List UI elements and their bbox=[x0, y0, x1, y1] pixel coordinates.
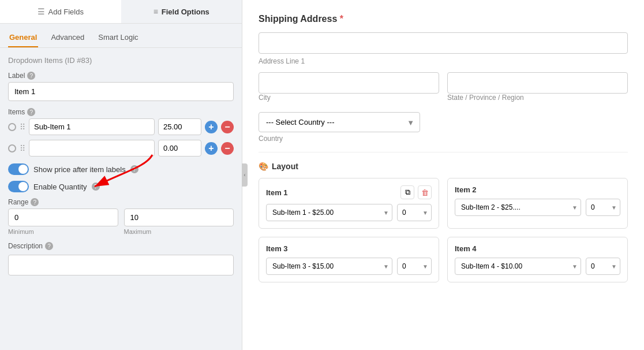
smart-logic-tab[interactable]: Smart Logic bbox=[97, 29, 139, 47]
panel-body: Dropdown Items (ID #83) Label ? Items ? … bbox=[0, 48, 242, 350]
enable-qty-help-icon[interactable]: ? bbox=[92, 183, 100, 191]
city-label: City bbox=[259, 94, 439, 102]
show-price-label: Show price after item labels bbox=[33, 165, 126, 174]
range-max-field: Maximum bbox=[124, 208, 234, 235]
item2-drag-handle[interactable]: ⠿ bbox=[20, 144, 25, 153]
enable-qty-knob bbox=[18, 182, 28, 191]
range-max-input[interactable] bbox=[124, 208, 234, 226]
label-help-icon[interactable]: ? bbox=[27, 72, 35, 80]
state-label: State / Province / Region bbox=[447, 94, 628, 102]
city-state-row: City State / Province / Region bbox=[259, 72, 628, 109]
range-inputs: Minimum Maximum bbox=[8, 208, 234, 235]
item2-price-input[interactable] bbox=[158, 140, 201, 157]
right-panel: Shipping Address * Address Line 1 City S… bbox=[242, 0, 644, 350]
item1-price-input[interactable] bbox=[158, 118, 201, 135]
layout-item-3-select-wrapper: Sub-Item 3 - $15.00 ▼ bbox=[266, 258, 392, 275]
description-input[interactable] bbox=[8, 255, 234, 275]
layout-item-3-title: Item 3 bbox=[266, 244, 288, 253]
layout-item-4-select-wrapper: Sub-Item 4 - $10.00 ▼ bbox=[455, 258, 581, 275]
enable-qty-toggle[interactable] bbox=[8, 181, 29, 192]
city-input[interactable] bbox=[259, 72, 439, 94]
items-help-icon[interactable]: ? bbox=[27, 108, 35, 116]
layout-item-4-qty-select[interactable]: 0 bbox=[586, 258, 620, 275]
item1-drag-handle[interactable]: ⠿ bbox=[20, 122, 25, 132]
range-min-field: Minimum bbox=[8, 208, 118, 235]
description-section: Description ? bbox=[8, 242, 234, 275]
section-title-text: Dropdown Items bbox=[8, 56, 63, 65]
general-tab[interactable]: General bbox=[8, 29, 38, 47]
range-help-icon[interactable]: ? bbox=[31, 198, 39, 206]
layout-item-1-qty-select[interactable]: 0 bbox=[397, 204, 432, 221]
add-fields-icon: ☰ bbox=[38, 7, 45, 16]
item2-radio[interactable] bbox=[8, 144, 16, 152]
country-label: Country bbox=[259, 135, 628, 143]
layout-item-2-header: Item 2 bbox=[455, 185, 620, 194]
section-title: Dropdown Items (ID #83) bbox=[8, 56, 234, 65]
sub-tabs: General Advanced Smart Logic bbox=[0, 24, 242, 48]
layout-grid: Item 1 ⧉ 🗑 Sub-Item 1 - $25.00 ▼ 0 bbox=[259, 178, 628, 282]
country-select[interactable]: --- Select Country --- bbox=[259, 112, 420, 132]
show-price-toggle[interactable] bbox=[8, 163, 29, 175]
field-options-label: Field Options bbox=[162, 8, 209, 16]
collapse-icon: ‹ bbox=[244, 172, 246, 178]
layout-item-1-copy-btn[interactable]: ⧉ bbox=[400, 185, 414, 199]
layout-item-4-select-row: Sub-Item 4 - $10.00 ▼ 0 ▼ bbox=[455, 258, 620, 275]
description-help-icon[interactable]: ? bbox=[45, 242, 53, 250]
layout-item-2-qty-wrapper: 0 ▼ bbox=[586, 199, 620, 216]
item-row-1: ⠿ + − bbox=[8, 118, 234, 135]
layout-item-2-select-row: Sub-Item 2 - $25.... ▼ 0 ▼ bbox=[455, 199, 620, 216]
layout-item-3-select[interactable]: Sub-Item 3 - $15.00 bbox=[266, 258, 392, 275]
address-line1-label: Address Line 1 bbox=[259, 57, 628, 65]
layout-item-1-qty-wrapper: 0 ▼ bbox=[397, 204, 432, 221]
layout-item-1-title: Item 1 bbox=[266, 188, 288, 197]
item2-remove-btn[interactable]: − bbox=[221, 142, 234, 155]
item2-add-btn[interactable]: + bbox=[205, 142, 218, 155]
field-options-tab[interactable]: ≡ Field Options bbox=[121, 0, 242, 23]
show-price-toggle-row: Show price after item labels ? bbox=[8, 163, 234, 175]
layout-item-4: Item 4 Sub-Item 4 - $10.00 ▼ 0 ▼ bbox=[447, 237, 628, 282]
layout-item-1-select[interactable]: Sub-Item 1 - $25.00 bbox=[266, 204, 392, 221]
field-options-icon: ≡ bbox=[153, 7, 158, 16]
item1-radio[interactable] bbox=[8, 123, 16, 131]
layout-item-2-title: Item 2 bbox=[455, 185, 477, 194]
layout-item-3: Item 3 Sub-Item 3 - $15.00 ▼ 0 ▼ bbox=[259, 237, 439, 282]
layout-item-2-qty-select[interactable]: 0 bbox=[586, 199, 620, 216]
toggles-container: Show price after item labels ? Enable Qu… bbox=[8, 163, 234, 192]
advanced-tab[interactable]: Advanced bbox=[50, 29, 85, 47]
layout-title: 🎨 Layout bbox=[259, 162, 628, 171]
add-fields-label: Add Fields bbox=[48, 8, 84, 16]
layout-item-3-select-row: Sub-Item 3 - $15.00 ▼ 0 ▼ bbox=[266, 258, 432, 275]
layout-item-2: Item 2 Sub-Item 2 - $25.... ▼ 0 ▼ bbox=[447, 178, 628, 229]
item1-text-input[interactable] bbox=[29, 118, 155, 135]
collapse-handle[interactable]: ‹ bbox=[242, 163, 248, 187]
range-min-input[interactable] bbox=[8, 208, 118, 226]
label-field-label: Label ? bbox=[8, 72, 234, 80]
layout-item-4-header: Item 4 bbox=[455, 244, 620, 253]
layout-item-4-select[interactable]: Sub-Item 4 - $10.00 bbox=[455, 258, 581, 275]
layout-item-2-select-wrapper: Sub-Item 2 - $25.... ▼ bbox=[455, 199, 581, 216]
layout-item-1-select-wrapper: Sub-Item 1 - $25.00 ▼ bbox=[266, 204, 392, 221]
layout-item-3-qty-select[interactable]: 0 bbox=[397, 258, 432, 275]
layout-item-1-delete-btn[interactable]: 🗑 bbox=[418, 185, 432, 199]
show-price-help-icon[interactable]: ? bbox=[130, 165, 138, 173]
layout-item-1-actions: ⧉ 🗑 bbox=[400, 185, 432, 199]
layout-item-4-title: Item 4 bbox=[455, 244, 477, 253]
address-line1-input[interactable] bbox=[259, 32, 628, 54]
item1-add-btn[interactable]: + bbox=[205, 121, 218, 133]
layout-item-1-select-row: Sub-Item 1 - $25.00 ▼ 0 ▼ bbox=[266, 204, 432, 221]
items-label: Items ? bbox=[8, 108, 234, 116]
range-label: Range ? bbox=[8, 198, 234, 206]
range-min-label: Minimum bbox=[8, 228, 118, 235]
add-fields-tab[interactable]: ☰ Add Fields bbox=[0, 0, 121, 23]
state-input[interactable] bbox=[447, 72, 628, 94]
layout-item-4-qty-wrapper: 0 ▼ bbox=[586, 258, 620, 275]
arrow-annotation bbox=[66, 149, 170, 201]
item2-text-input[interactable] bbox=[29, 140, 155, 157]
layout-item-3-qty-wrapper: 0 ▼ bbox=[397, 258, 432, 275]
item1-remove-btn[interactable]: − bbox=[221, 121, 234, 133]
layout-item-2-select[interactable]: Sub-Item 2 - $25.... bbox=[455, 199, 581, 216]
show-price-knob bbox=[18, 165, 28, 174]
label-input[interactable] bbox=[8, 82, 234, 101]
section-id: (ID #83) bbox=[65, 56, 92, 65]
layout-item-1: Item 1 ⧉ 🗑 Sub-Item 1 - $25.00 ▼ 0 bbox=[259, 178, 439, 229]
